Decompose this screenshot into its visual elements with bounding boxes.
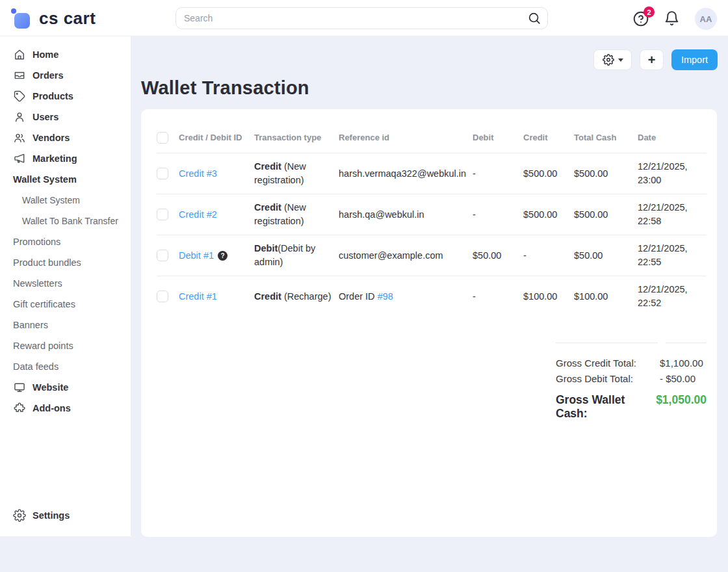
search-input[interactable] <box>176 7 548 29</box>
reference-id: Order ID #98 <box>339 283 473 310</box>
search-icon[interactable] <box>527 11 541 25</box>
gross-credit-total-row: Gross Credit Total: $1,100.00 <box>556 358 707 369</box>
add-button[interactable]: + <box>640 49 664 70</box>
reference-id: harsh.qa@webkul.in <box>339 202 473 228</box>
sidebar-item-promotions[interactable]: Promotions <box>0 231 131 252</box>
main-content: + Import Wallet Transaction Credit / Deb… <box>131 36 728 572</box>
column-header[interactable]: Total Cash <box>574 133 638 142</box>
gross-debit-total-row: Gross Debit Total: - $50.00 <box>556 373 707 384</box>
logo-text: cs cart <box>39 8 96 29</box>
cscart-logo-icon <box>10 6 32 30</box>
select-all-checkbox[interactable] <box>157 132 168 144</box>
table-row: Credit #3 Credit (New registration) hars… <box>157 153 707 194</box>
reference-id: harsh.vermaqa322@webkul.in <box>339 161 473 187</box>
home-icon <box>13 48 26 61</box>
credit-value: - <box>523 242 574 269</box>
transaction-id-link[interactable]: Debit #1 <box>179 250 214 261</box>
help-icon[interactable]: 2 <box>632 10 649 27</box>
credit-value: $500.00 <box>523 161 574 187</box>
app-logo[interactable]: cs cart <box>10 6 96 30</box>
sidebar-item-users[interactable]: Users <box>0 107 131 127</box>
table-row: Credit #2 Credit (New registration) hars… <box>157 194 707 235</box>
sidebar-section-wallet-system: Wallet System <box>0 169 131 190</box>
gross-wallet-cash-row: Gross Wallet Cash: $1,050.00 <box>556 393 707 421</box>
column-header[interactable]: Credit / Debit ID <box>179 133 254 142</box>
date-value: 12/21/2025, 22:52 <box>638 276 707 317</box>
toolbar: + Import <box>141 49 718 70</box>
sidebar-item-marketing[interactable]: Marketing <box>0 148 131 169</box>
total-cash-value: $100.00 <box>574 283 638 310</box>
order-id-link[interactable]: #98 <box>378 291 393 302</box>
transaction-id-link[interactable]: Credit #3 <box>179 168 217 179</box>
credit-value: $500.00 <box>523 202 574 228</box>
sidebar-item-product-bundles[interactable]: Product bundles <box>0 252 131 273</box>
table-row: Debit #1? Debit(Debit by admin) customer… <box>157 235 707 276</box>
transaction-type: Debit(Debit by admin) <box>254 235 339 276</box>
tag-icon <box>13 90 26 103</box>
table-header-row: Credit / Debit ID Transaction type Refer… <box>157 122 707 153</box>
gear-icon <box>13 509 26 522</box>
sidebar-item-reward-points[interactable]: Reward points <box>0 335 131 356</box>
column-header[interactable]: Debit <box>473 133 523 142</box>
puzzle-icon <box>13 402 26 415</box>
sidebar-item-wallet-system[interactable]: Wallet System <box>0 190 131 211</box>
gross-wallet-cash-value: $1,050.00 <box>656 393 707 407</box>
date-value: 12/21/2025, 22:55 <box>638 235 707 276</box>
date-value: 12/21/2025, 22:58 <box>638 194 707 235</box>
sidebar-item-gift-certificates[interactable]: Gift certificates <box>0 294 131 315</box>
reference-id: customer@example.com <box>339 242 473 269</box>
column-header[interactable]: Date <box>638 133 707 142</box>
notification-count-badge: 2 <box>644 6 655 18</box>
sidebar-item-home[interactable]: Home <box>0 44 131 65</box>
topbar: cs cart 2 AA <box>0 0 728 36</box>
sidebar-item-products[interactable]: Products <box>0 86 131 107</box>
row-checkbox[interactable] <box>157 291 168 302</box>
column-header[interactable]: Credit <box>523 133 574 142</box>
sidebar-item-website[interactable]: Website <box>0 377 131 398</box>
sidebar-item-settings[interactable]: Settings <box>0 505 131 526</box>
megaphone-icon <box>13 152 26 165</box>
help-tooltip-icon[interactable]: ? <box>218 251 228 261</box>
debit-value: - <box>473 161 523 187</box>
sidebar-item-addons[interactable]: Add-ons <box>0 398 131 419</box>
row-checkbox[interactable] <box>157 250 168 261</box>
sidebar-item-vendors[interactable]: Vendors <box>0 127 131 148</box>
sidebar-item-newsletters[interactable]: Newsletters <box>0 273 131 294</box>
page-title: Wallet Transaction <box>141 77 718 99</box>
orders-icon <box>13 69 26 82</box>
transaction-type: Credit (Recharge) <box>254 283 339 310</box>
transaction-type: Credit (New registration) <box>254 153 339 194</box>
transactions-card: Credit / Debit ID Transaction type Refer… <box>141 109 717 537</box>
users-group-icon <box>13 131 26 144</box>
import-button[interactable]: Import <box>671 49 718 70</box>
row-checkbox[interactable] <box>157 209 168 220</box>
total-cash-value: $500.00 <box>574 161 638 187</box>
totals-summary: Gross Credit Total: $1,100.00 Gross Debi… <box>556 343 707 421</box>
totals-divider <box>556 343 707 343</box>
column-header[interactable]: Transaction type <box>254 133 339 142</box>
debit-value: - <box>473 202 523 228</box>
sidebar-item-wallet-to-bank-transfer[interactable]: Wallet To Bank Transfer <box>0 211 131 231</box>
column-header[interactable]: Reference id <box>339 133 473 142</box>
sidebar: Home Orders Products Users <box>0 36 131 536</box>
transaction-id-link[interactable]: Credit #1 <box>179 291 217 302</box>
transaction-id-link[interactable]: Credit #2 <box>179 209 217 220</box>
transaction-type: Credit (New registration) <box>254 194 339 235</box>
gear-icon <box>603 54 614 66</box>
user-icon <box>13 110 26 124</box>
sidebar-item-data-feeds[interactable]: Data feeds <box>0 356 131 377</box>
total-cash-value: $50.00 <box>574 242 638 269</box>
settings-dropdown-button[interactable] <box>593 49 632 70</box>
sidebar-item-banners[interactable]: Banners <box>0 315 131 335</box>
credit-value: $100.00 <box>523 283 574 310</box>
chevron-down-icon <box>618 58 623 62</box>
total-cash-value: $500.00 <box>574 202 638 228</box>
bell-icon[interactable] <box>664 10 681 27</box>
sidebar-item-orders[interactable]: Orders <box>0 65 131 86</box>
avatar[interactable]: AA <box>695 8 717 30</box>
search-bar <box>176 7 548 29</box>
gross-credit-total-value: $1,100.00 <box>660 358 703 369</box>
table-row: Credit #1 Credit (Recharge) Order ID #98… <box>157 276 707 317</box>
date-value: 12/21/2025, 23:00 <box>638 153 707 194</box>
row-checkbox[interactable] <box>157 168 168 179</box>
